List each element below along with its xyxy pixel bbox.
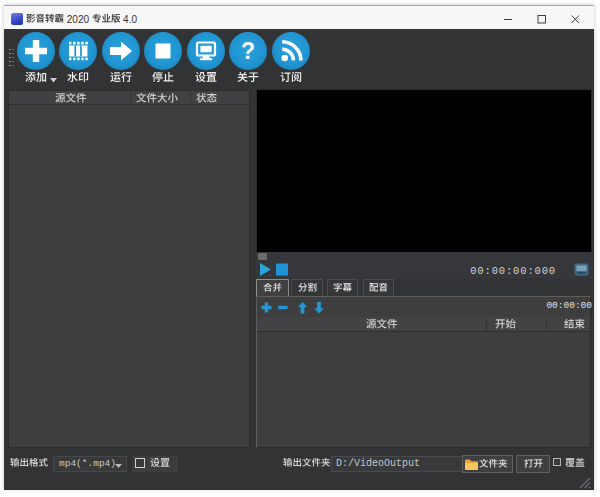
svg-text:?: ? <box>241 38 255 64</box>
